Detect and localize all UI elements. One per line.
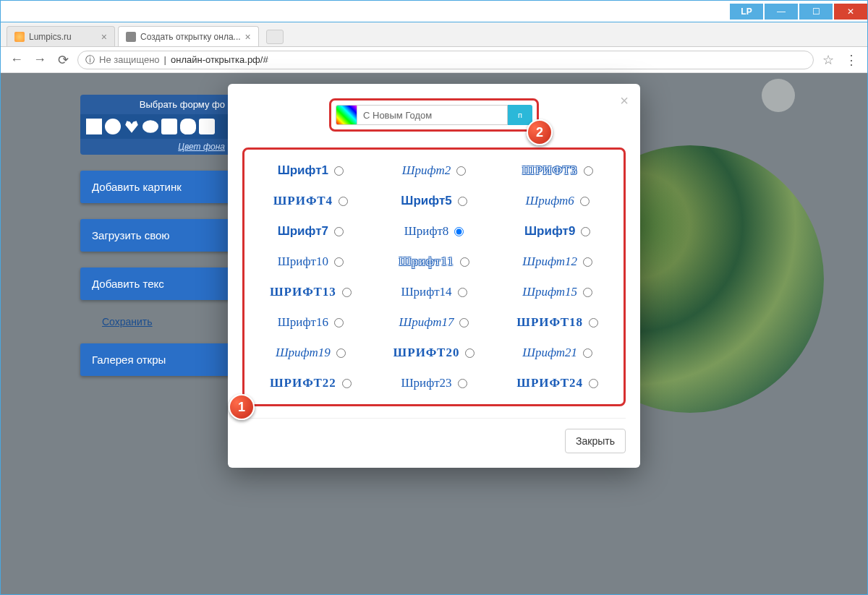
tab-title: Lumpics.ru [29,32,72,42]
forward-button[interactable]: → [31,51,48,69]
font-radio[interactable] [454,227,464,236]
font-option-2[interactable]: Шрифт2 [375,160,493,181]
font-label: ШРИФТ22 [270,376,336,390]
font-option-13[interactable]: ШРИФТ13 [252,281,370,303]
font-radio[interactable] [458,197,467,206]
font-option-11[interactable]: Шрифт11 [375,251,493,273]
font-label: Шрифт14 [401,285,451,299]
font-label: Шрифт15 [522,285,577,299]
font-option-18[interactable]: ШРИФТ18 [498,312,616,333]
favicon-icon [126,32,136,42]
font-option-4[interactable]: ШРИФТ4 [252,190,370,212]
text-input-row: п [336,105,532,125]
font-radio[interactable] [458,288,467,297]
font-option-16[interactable]: Шрифт16 [252,312,370,333]
text-input[interactable] [357,105,508,125]
font-radio[interactable] [460,257,469,267]
font-radio[interactable] [342,379,352,388]
font-radio[interactable] [339,197,348,206]
back-button[interactable]: ← [8,51,25,69]
font-radio[interactable] [589,318,598,328]
maximize-button[interactable]: ☐ [799,4,833,20]
font-radio[interactable] [336,348,346,358]
browser-window: LP — ☐ ✕ Lumpics.ru × Создать открытку о… [0,0,868,595]
font-option-23[interactable]: Шрифт23 [375,372,493,394]
close-icon[interactable]: × [620,93,629,109]
modal-backdrop: × п 2 Шрифт1Шрифт2ШРИФТ3ШРИФТ4Шрифт5Шриф… [1,73,867,594]
font-radio[interactable] [334,318,344,328]
text-size-button[interactable]: п [508,105,532,125]
font-option-12[interactable]: Шрифт12 [498,251,616,273]
minimize-button[interactable]: — [765,4,798,20]
separator: | [164,54,166,65]
font-radio[interactable] [583,257,592,267]
font-radio[interactable] [584,166,593,176]
font-radio[interactable] [459,318,469,328]
font-label: ШРИФТ20 [393,346,460,360]
bookmark-icon[interactable]: ☆ [820,51,837,69]
annotation-box-1: Шрифт1Шрифт2ШРИФТ3ШРИФТ4Шрифт5Шрифт6Шриф… [242,147,626,406]
font-option-6[interactable]: Шрифт6 [498,190,616,212]
font-radio[interactable] [583,348,592,358]
text-color-button[interactable] [336,105,357,125]
font-radio[interactable] [589,379,598,388]
font-label: Шрифт6 [525,194,574,208]
font-label: Шрифт1 [278,163,328,178]
font-option-3[interactable]: ШРИФТ3 [498,160,616,181]
info-icon: ⓘ [85,53,95,67]
font-option-5[interactable]: Шрифт5 [375,190,493,212]
close-button[interactable]: Закрыть [565,429,626,453]
font-option-9[interactable]: Шрифт9 [498,221,616,242]
new-tab-button[interactable] [266,30,284,44]
font-radio[interactable] [342,288,352,297]
font-radio[interactable] [465,348,475,358]
modal-footer: Закрыть [242,418,626,453]
font-radio[interactable] [583,288,592,297]
address-input[interactable]: ⓘ Не защищено | онлайн-открытка.рф/# [77,51,814,69]
security-label: Не защищено [99,54,160,65]
font-option-24[interactable]: ШРИФТ24 [498,372,616,394]
font-option-17[interactable]: Шрифт17 [375,312,493,333]
annotation-box-2: п 2 [329,98,539,132]
user-badge[interactable]: LP [730,4,763,20]
window-close-button[interactable]: ✕ [834,4,867,20]
font-label: Шрифт16 [278,315,328,330]
font-option-10[interactable]: Шрифт10 [252,251,370,273]
font-label: Шрифт7 [278,224,328,239]
font-option-8[interactable]: Шрифт8 [375,221,493,242]
font-radio[interactable] [456,166,466,176]
page-content: Выбрать форму фо Цвет фона Добавить карт… [1,73,867,594]
tab-postcard[interactable]: Создать открытку онла... × [118,26,259,46]
font-radio[interactable] [581,227,590,236]
font-label: Шрифт12 [522,254,577,269]
favicon-icon [14,32,25,42]
font-option-19[interactable]: Шрифт19 [252,342,370,364]
font-label: Шрифт17 [399,315,454,330]
font-option-22[interactable]: ШРИФТ22 [252,372,370,394]
tab-close-icon[interactable]: × [245,31,251,43]
menu-icon[interactable]: ⋮ [843,51,860,69]
font-radio[interactable] [334,257,344,267]
tab-close-icon[interactable]: × [101,31,107,43]
font-label: Шрифт10 [278,254,328,269]
reload-button[interactable]: ⟳ [54,51,72,69]
font-option-1[interactable]: Шрифт1 [252,160,370,181]
font-option-15[interactable]: Шрифт15 [498,281,616,303]
font-option-14[interactable]: Шрифт14 [375,281,493,303]
tab-lumpics[interactable]: Lumpics.ru × [7,26,115,46]
font-label: Шрифт19 [276,346,331,360]
font-label: ШРИФТ4 [273,194,333,208]
address-bar: ← → ⟳ ⓘ Не защищено | онлайн-открытка.рф… [1,47,867,73]
font-option-20[interactable]: ШРИФТ20 [375,342,493,364]
font-option-7[interactable]: Шрифт7 [252,221,370,242]
font-radio[interactable] [580,197,590,206]
font-option-21[interactable]: Шрифт21 [498,342,616,364]
font-radio[interactable] [458,379,467,388]
annotation-marker-2: 2 [527,119,553,145]
tab-title: Создать открытку онла... [140,32,241,42]
tab-strip: Lumpics.ru × Создать открытку онла... × [1,22,867,47]
font-radio[interactable] [334,166,344,176]
font-grid: Шрифт1Шрифт2ШРИФТ3ШРИФТ4Шрифт5Шрифт6Шриф… [252,160,616,394]
font-radio[interactable] [334,227,344,236]
annotation-marker-1: 1 [229,394,255,420]
